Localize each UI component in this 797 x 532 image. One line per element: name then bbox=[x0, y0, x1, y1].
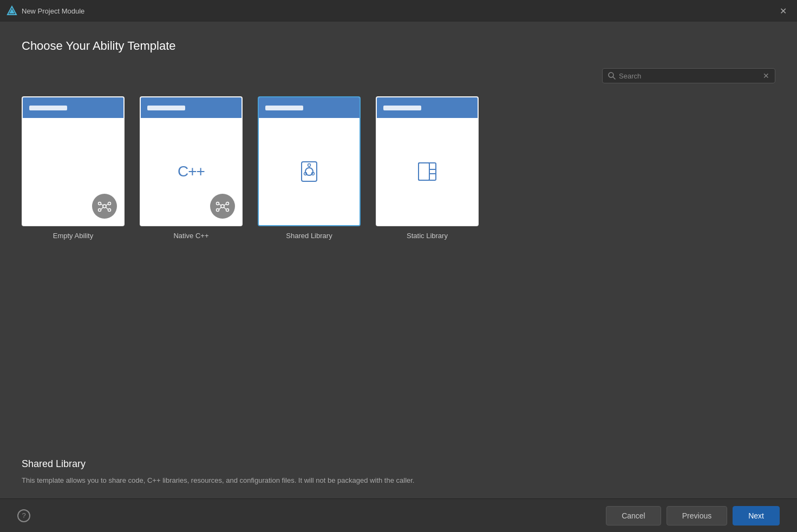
search-box: ✕ bbox=[602, 68, 775, 83]
svg-point-7 bbox=[99, 209, 101, 212]
svg-rect-30 bbox=[419, 163, 436, 180]
template-thumbnail-empty-ability bbox=[22, 96, 125, 226]
search-input[interactable] bbox=[619, 72, 760, 80]
svg-line-11 bbox=[101, 207, 104, 210]
template-thumbnail-shared-library bbox=[258, 96, 361, 226]
svg-rect-22 bbox=[302, 162, 317, 181]
search-clear-icon[interactable]: ✕ bbox=[763, 71, 769, 80]
template-label-static-library: Static Library bbox=[407, 232, 448, 240]
svg-point-24 bbox=[308, 164, 311, 167]
search-icon bbox=[608, 72, 616, 80]
page-title: Choose Your Ability Template bbox=[22, 39, 775, 53]
cpp-label: C++ bbox=[178, 163, 205, 180]
app-icon bbox=[6, 5, 17, 16]
previous-button[interactable]: Previous bbox=[667, 506, 727, 526]
svg-line-12 bbox=[106, 207, 108, 210]
template-card-native-cpp[interactable]: C++ Native C++ bbox=[140, 96, 243, 240]
share-icon bbox=[295, 157, 323, 186]
nodes-icon bbox=[92, 194, 117, 219]
description-text: This template allows you to share code, … bbox=[22, 475, 775, 486]
thumb-header bbox=[23, 97, 123, 118]
description-section: Shared Library This template allows you … bbox=[22, 443, 775, 499]
close-button[interactable]: ✕ bbox=[775, 3, 791, 18]
svg-line-20 bbox=[219, 207, 222, 210]
bottom-bar: ? Cancel Previous Next bbox=[0, 498, 797, 532]
svg-point-14 bbox=[217, 202, 219, 205]
title-bar: New Project Module ✕ bbox=[0, 0, 797, 22]
thumb-body bbox=[23, 118, 123, 225]
template-card-empty-ability[interactable]: Empty Ability bbox=[22, 96, 125, 240]
templates-grid: Empty AbilityC++ Native C++ Shared bbox=[22, 96, 775, 240]
svg-point-6 bbox=[108, 202, 111, 205]
help-button[interactable]: ? bbox=[17, 509, 30, 522]
thumb-body bbox=[377, 118, 478, 225]
description-title: Shared Library bbox=[22, 458, 775, 470]
layout-icon bbox=[413, 157, 441, 186]
svg-point-15 bbox=[226, 202, 229, 205]
svg-point-16 bbox=[217, 209, 219, 212]
nodes-icon bbox=[210, 194, 235, 219]
main-content: Choose Your Ability Template ✕ Empty A bbox=[0, 22, 797, 498]
thumb-header bbox=[259, 97, 360, 118]
svg-point-5 bbox=[99, 202, 101, 205]
thumb-body bbox=[259, 118, 360, 225]
thumb-body: C++ bbox=[141, 118, 241, 225]
template-card-shared-library[interactable]: Shared Library bbox=[258, 96, 361, 240]
svg-line-21 bbox=[224, 207, 226, 210]
template-thumbnail-static-library bbox=[376, 96, 479, 226]
svg-point-17 bbox=[226, 209, 229, 212]
thumb-header bbox=[377, 97, 478, 118]
window-title: New Project Module bbox=[22, 7, 775, 15]
svg-rect-31 bbox=[419, 163, 429, 180]
cancel-button[interactable]: Cancel bbox=[606, 506, 661, 526]
template-label-shared-library: Shared Library bbox=[286, 232, 332, 240]
thumb-header bbox=[141, 97, 241, 118]
search-row: ✕ bbox=[22, 68, 775, 83]
template-thumbnail-native-cpp: C++ bbox=[140, 96, 243, 226]
template-label-empty-ability: Empty Ability bbox=[53, 232, 93, 240]
action-buttons: Cancel Previous Next bbox=[606, 506, 780, 526]
template-label-native-cpp: Native C++ bbox=[173, 232, 208, 240]
svg-point-8 bbox=[108, 209, 111, 212]
svg-line-3 bbox=[613, 77, 615, 79]
template-card-static-library[interactable]: Static Library bbox=[376, 96, 479, 240]
next-button[interactable]: Next bbox=[733, 506, 780, 526]
